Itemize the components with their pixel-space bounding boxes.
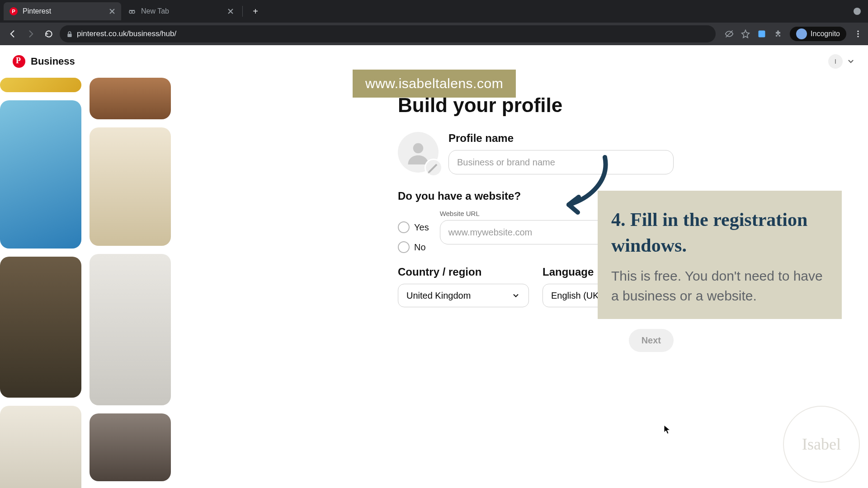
incognito-indicator[interactable]: Incognito xyxy=(790,27,846,41)
mosaic-tile xyxy=(90,254,171,405)
callout-heading: 4. Fill in the registration windows. xyxy=(611,207,828,258)
cursor-icon xyxy=(664,425,671,435)
svg-rect-6 xyxy=(759,31,765,38)
overlay-url-banner: www.isabeltalens.com xyxy=(353,70,516,98)
extensions-icon[interactable] xyxy=(774,29,783,38)
mosaic-tile xyxy=(90,78,171,119)
image-mosaic xyxy=(0,78,192,488)
chevron-down-icon[interactable] xyxy=(846,57,855,66)
tab-title: Pinterest xyxy=(23,7,105,15)
star-icon[interactable] xyxy=(741,29,750,38)
mosaic-tile xyxy=(90,127,171,246)
radio-yes[interactable]: Yes xyxy=(398,221,429,233)
back-button[interactable] xyxy=(5,27,20,41)
mosaic-tile xyxy=(0,406,81,488)
mosaic-tile xyxy=(0,257,81,398)
svg-rect-4 xyxy=(67,34,71,37)
edit-avatar-button[interactable] xyxy=(426,160,441,175)
svg-point-8 xyxy=(857,33,859,34)
brand-label: Business xyxy=(31,56,75,67)
menu-icon[interactable] xyxy=(854,29,863,38)
mosaic-tile xyxy=(0,100,81,249)
tab-pinterest[interactable]: P Pinterest xyxy=(4,2,121,20)
incognito-avatar-icon xyxy=(796,28,807,39)
forward-button[interactable] xyxy=(24,27,38,41)
incognito-label: Incognito xyxy=(811,30,840,38)
browser-toolbar: pinterest.co.uk/business/hub/ Incognito xyxy=(0,23,868,45)
overlay-callout: 4. Fill in the registration windows. Thi… xyxy=(598,191,842,319)
radio-yes-label: Yes xyxy=(414,222,429,233)
svg-point-9 xyxy=(857,36,859,37)
svg-point-2 xyxy=(129,11,132,14)
country-select[interactable]: United Kingdom xyxy=(398,284,529,307)
toolbar-right: Incognito xyxy=(719,27,863,41)
chevron-down-icon xyxy=(511,291,520,300)
address-bar[interactable]: pinterest.co.uk/business/hub/ xyxy=(60,25,716,42)
window-controls xyxy=(850,8,864,15)
window-control[interactable] xyxy=(854,8,861,15)
lock-icon xyxy=(66,31,72,37)
profile-avatar[interactable] xyxy=(398,132,439,173)
svg-point-3 xyxy=(132,11,135,14)
tab-newtab[interactable]: New Tab xyxy=(122,2,240,20)
close-icon[interactable] xyxy=(108,8,116,15)
country-value: United Kingdom xyxy=(406,291,471,301)
svg-point-10 xyxy=(413,143,424,154)
new-tab-button[interactable]: + xyxy=(248,4,263,19)
callout-body: This is free. You don't need to have a b… xyxy=(611,266,828,305)
reload-button[interactable] xyxy=(42,27,56,41)
tab-title: New Tab xyxy=(141,7,223,15)
svg-text:P: P xyxy=(12,9,15,14)
mosaic-tile xyxy=(0,78,81,92)
profile-name-label: Profile name xyxy=(448,132,674,145)
tab-divider xyxy=(242,6,243,17)
radio-icon xyxy=(398,241,410,253)
pinterest-logo-icon[interactable] xyxy=(13,55,25,68)
eye-off-icon[interactable] xyxy=(725,29,734,38)
radio-icon xyxy=(398,221,410,233)
language-value: English (UK) xyxy=(551,291,602,301)
incognito-favicon xyxy=(127,7,137,16)
radio-no-label: No xyxy=(414,242,426,253)
pinterest-favicon: P xyxy=(9,7,18,16)
url-text: pinterest.co.uk/business/hub/ xyxy=(77,29,176,38)
close-icon[interactable] xyxy=(227,8,234,15)
radio-no[interactable]: No xyxy=(398,241,429,253)
next-button[interactable]: Next xyxy=(629,329,674,352)
mosaic-tile xyxy=(90,413,171,481)
user-avatar[interactable]: I xyxy=(828,54,843,69)
browser-tabstrip: P Pinterest New Tab + xyxy=(0,0,868,23)
svg-point-7 xyxy=(857,31,859,32)
country-label: Country / region xyxy=(398,266,529,278)
extension-badge-icon[interactable] xyxy=(757,29,766,38)
page-content: Business I Build your profile xyxy=(0,45,868,488)
watermark-logo: Isabel xyxy=(783,406,860,483)
